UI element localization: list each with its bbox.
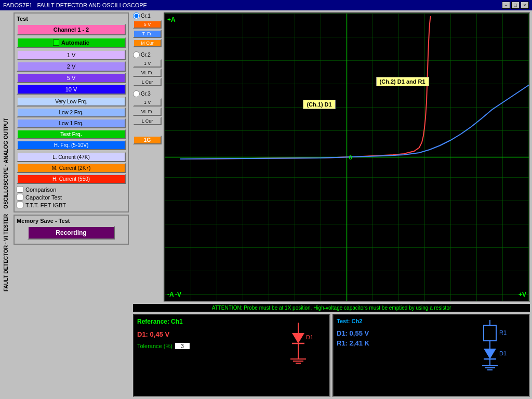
attention-bar: ATTENTION: Probe must be at 1X position.… xyxy=(133,304,530,312)
scope-controls: Gr.1 5 V T. Fr. M Cur Gr.2 1 V VL Fr. L … xyxy=(133,12,162,302)
ref-title: Referance: xyxy=(137,318,169,325)
zero-label: 0 xyxy=(349,154,352,161)
very-low-freq-button[interactable]: Very Low Frq. xyxy=(17,97,126,107)
capacitor-test-checkbox[interactable] xyxy=(17,194,23,201)
main-container: OSCILLOSCOPE · ANALOG OUTPUT FAULT DETEC… xyxy=(0,10,532,399)
maximize-button[interactable]: □ xyxy=(511,2,520,9)
gr2-vlf-button[interactable]: VL Fr. xyxy=(133,69,162,77)
gr1-5v-button[interactable]: 5 V xyxy=(133,20,162,29)
gr3-radio-input[interactable] xyxy=(133,90,140,97)
tolerance-input[interactable] xyxy=(175,342,190,350)
memory-group-label: Memory Save - Test xyxy=(17,218,126,224)
gr2-label: Gr.2 xyxy=(141,52,151,58)
left-panel: Test Channel 1 - 2 Automatic 1 V 2 V 5 V… xyxy=(11,10,131,399)
gr3-label: Gr.3 xyxy=(141,91,151,97)
svg-rect-14 xyxy=(484,325,496,341)
test-freq-button[interactable]: Test Frq. xyxy=(17,129,126,139)
voltage-10v-button[interactable]: 10 V xyxy=(17,84,126,95)
voltage-buttons: 1 V 2 V 5 V 10 V xyxy=(17,50,126,95)
ttt-label: T.T.T. FET IGBT xyxy=(25,202,66,208)
title-text: FADOS7F1 FAULT DETECTOR AND OSCILLOSCOPE xyxy=(3,2,147,8)
bottom-panels: Referance: Ch1 D1: 0,45 V xyxy=(133,314,530,397)
minimize-button[interactable]: − xyxy=(502,2,510,9)
ref-ch: Ch1 xyxy=(171,318,183,325)
diode-symbol-ch1: D1 xyxy=(272,323,324,369)
ttt-checkbox[interactable] xyxy=(17,202,23,208)
memory-group: Memory Save - Test Recording xyxy=(14,215,129,245)
gr3-vlf-button[interactable]: VL Fr. xyxy=(133,108,162,116)
test-panel-bottom: Test: Ch2 D1: 0,55 V R1: 2,41 K xyxy=(332,314,530,397)
diode-resistor-symbol-ch2: R1 D1 xyxy=(464,320,526,377)
svg-text:D1: D1 xyxy=(306,334,313,340)
gr2-radio: Gr.2 xyxy=(133,51,162,58)
scope-display: +A -A -V 0 +V (Ch.1) D1 (Ch.2) D1 and R1 xyxy=(164,12,530,302)
current-buttons: L. Current (47K) M. Current (2K7) H. Cur… xyxy=(17,152,126,184)
gr2-radio-input[interactable] xyxy=(133,51,140,58)
svg-marker-5 xyxy=(292,333,304,343)
comparison-checkbox[interactable] xyxy=(17,186,23,193)
oscilloscope-area: Gr.1 5 V T. Fr. M Cur Gr.2 1 V VL Fr. L … xyxy=(133,12,530,302)
1g-button[interactable]: 1G xyxy=(133,136,162,144)
low-current-button[interactable]: L. Current (47K) xyxy=(17,152,126,162)
gr1-mcur-button[interactable]: M Cur xyxy=(133,39,162,47)
capacitor-test-label: Capacitor Test xyxy=(25,194,62,201)
close-button[interactable]: × xyxy=(521,2,529,9)
automatic-button[interactable]: Automatic xyxy=(17,37,126,48)
gr2-lcur-button[interactable]: L Cur xyxy=(133,78,162,86)
ttt-row: T.T.T. FET IGBT xyxy=(17,202,126,208)
voltage-2v-button[interactable]: 2 V xyxy=(17,61,126,72)
gr1-label: Gr.1 xyxy=(141,13,151,19)
capacitor-test-row: Capacitor Test xyxy=(17,194,126,201)
low2-freq-button[interactable]: Low 2 Frq. xyxy=(17,108,126,117)
frequency-buttons: Very Low Frq. Low 2 Frq. Low 1 Frq. Test… xyxy=(17,97,126,150)
recording-button[interactable]: Recording xyxy=(28,226,115,240)
app-title: FAULT DETECTOR AND OSCILLOSCOPE xyxy=(37,2,147,8)
gr1-radio: Gr.1 xyxy=(133,12,162,19)
tolerance-label: Tolerance (%) xyxy=(137,343,172,349)
gr1-radio-input[interactable] xyxy=(133,12,140,19)
high-current-button[interactable]: H. Current (550) xyxy=(17,174,126,184)
channel-button[interactable]: Channel 1 - 2 xyxy=(17,24,126,35)
plus-v-label: +V xyxy=(518,291,526,298)
automatic-label: Automatic xyxy=(61,39,89,46)
svg-marker-16 xyxy=(484,349,496,359)
comparison-label: Comparison xyxy=(25,187,56,193)
plus-a-label: +A xyxy=(167,16,176,23)
window-controls: − □ × xyxy=(502,2,529,9)
gr2-1v-button[interactable]: 1 V xyxy=(133,59,162,68)
gr3-1v-button[interactable]: 1 V xyxy=(133,98,162,107)
minus-a-label: -A xyxy=(167,291,174,298)
test-title: Test: xyxy=(337,318,350,324)
gr3-radio: Gr.3 xyxy=(133,90,162,97)
test-group: Test Channel 1 - 2 Automatic 1 V 2 V 5 V… xyxy=(14,12,129,212)
high-freq-button[interactable]: H. Frq. (5-10V) xyxy=(17,140,126,150)
voltage-5v-button[interactable]: 5 V xyxy=(17,73,126,83)
mid-current-button[interactable]: M. Current (2K7) xyxy=(17,163,126,173)
minus-v-label: -V xyxy=(175,291,181,298)
test-group-label: Test xyxy=(17,16,126,22)
title-bar: FADOS7F1 FAULT DETECTOR AND OSCILLOSCOPE… xyxy=(0,0,532,10)
right-panel: Gr.1 5 V T. Fr. M Cur Gr.2 1 V VL Fr. L … xyxy=(131,10,532,399)
ref-panel: Referance: Ch1 D1: 0,45 V xyxy=(133,314,330,397)
svg-text:R1: R1 xyxy=(499,329,507,336)
low1-freq-button[interactable]: Low 1 Frq. xyxy=(17,118,126,128)
voltage-1v-button[interactable]: 1 V xyxy=(17,50,126,60)
gr3-lcur-button[interactable]: L Cur xyxy=(133,117,162,125)
comparison-row: Comparison xyxy=(17,186,126,193)
test-ch: Ch2 xyxy=(352,318,363,324)
svg-text:D1: D1 xyxy=(499,350,507,356)
gr1-tfr-button[interactable]: T. Fr. xyxy=(133,30,162,38)
side-label-oscilloscope: OSCILLOSCOPE · ANALOG OUTPUT xyxy=(3,118,9,209)
ch1-tooltip: (Ch.1) D1 xyxy=(303,100,335,109)
ch2-tooltip: (Ch.2) D1 and R1 xyxy=(376,77,429,86)
side-label-left: OSCILLOSCOPE · ANALOG OUTPUT FAULT DETEC… xyxy=(0,10,11,399)
app-id: FADOS7F1 xyxy=(3,2,32,8)
side-label-fault: FAULT DETECTOR · VI TESTER xyxy=(3,214,9,291)
scope-grid xyxy=(165,14,529,301)
